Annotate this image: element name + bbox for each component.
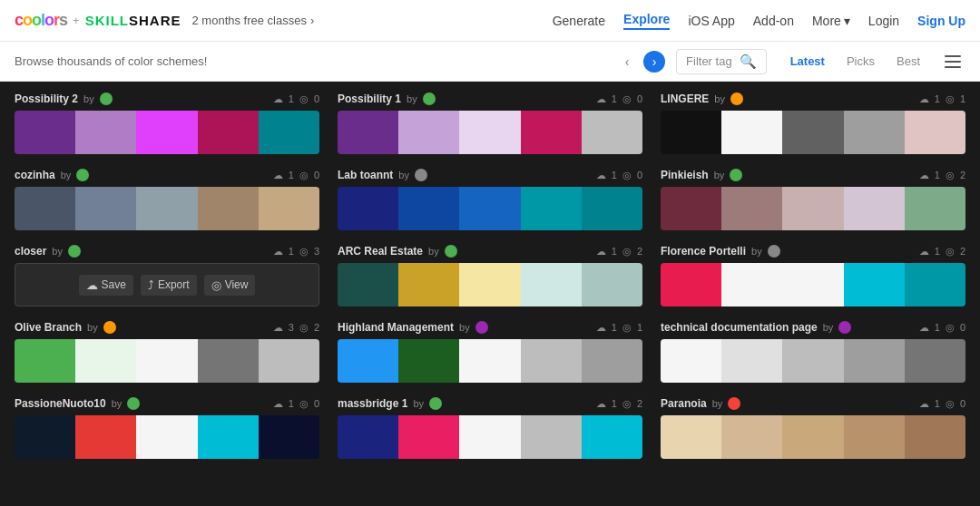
filter-tag-input[interactable]: Filter tag 🔍 (676, 49, 767, 74)
palette-stats: ☁1◎0 (273, 170, 319, 181)
nav-more[interactable]: More ▾ (812, 14, 850, 28)
palette-colors[interactable] (338, 415, 642, 459)
palette-by-label: by (751, 246, 762, 257)
palette-meta: Paranoiaby☁1◎0 (661, 397, 965, 410)
color-swatch (136, 415, 197, 459)
palette-by-label: by (712, 398, 723, 409)
palette-stats: ☁1◎3 (273, 246, 319, 258)
palette-meta: cozinhaby☁1◎0 (15, 169, 319, 181)
save-count-icon: ☁ (919, 398, 929, 410)
promo-arrow[interactable]: › (310, 14, 314, 27)
palette-colors[interactable] (15, 187, 319, 230)
export-palette-button[interactable]: ⤴Export (141, 275, 197, 296)
color-swatch (844, 263, 905, 307)
save-count-icon: ☁ (919, 322, 929, 334)
nav-addon[interactable]: Add-on (753, 14, 794, 28)
nav-generate[interactable]: Generate (553, 14, 605, 28)
palette-card: closerby☁1◎3☁Save⤴Export◎View (15, 245, 319, 307)
filter-tag-text: Filter tag (686, 54, 732, 68)
color-swatch (136, 187, 197, 230)
svg-rect-2 (945, 66, 961, 68)
filter-picks-button[interactable]: Picks (838, 51, 884, 72)
save-count: 1 (289, 398, 294, 409)
view-count-icon: ◎ (622, 170, 632, 181)
palette-name: Possibility 2 (15, 92, 78, 105)
save-count-icon: ☁ (596, 398, 606, 410)
promo-text: 2 months free classes (192, 14, 307, 27)
palette-colors[interactable] (661, 187, 965, 230)
coolors-logo[interactable]: coolors (15, 11, 67, 30)
avatar (730, 92, 743, 105)
login-button[interactable]: Login (868, 14, 899, 28)
palette-name: Highland Management (338, 321, 454, 334)
view-count: 2 (960, 170, 965, 180)
skillshare-logo[interactable]: SKILLSHARE (85, 13, 181, 28)
palette-colors[interactable] (15, 415, 319, 459)
palette-colors[interactable] (15, 339, 319, 383)
next-arrow-button[interactable]: › (643, 51, 665, 73)
view-count: 0 (314, 398, 319, 409)
plus-separator: + (73, 14, 80, 27)
palette-meta: Pinkieishby☁1◎2 (661, 169, 965, 181)
palette-stats: ☁1◎2 (596, 246, 642, 258)
color-swatch (459, 339, 520, 383)
palette-card: Paranoiaby☁1◎0 (661, 397, 965, 459)
palette-colors[interactable] (338, 111, 642, 154)
palette-colors[interactable] (661, 339, 965, 383)
view-palette-button[interactable]: ◎View (204, 275, 256, 296)
avatar (76, 169, 89, 181)
palette-card: Olive Branchby☁3◎2 (15, 321, 319, 383)
view-count: 3 (314, 246, 319, 257)
nav-explore[interactable]: Explore (623, 12, 670, 30)
palette-colors[interactable] (338, 339, 642, 383)
color-swatch (905, 187, 965, 230)
filter-best-button[interactable]: Best (887, 51, 929, 72)
palette-colors[interactable] (661, 263, 965, 307)
color-swatch (521, 339, 582, 383)
palette-card: PassioneNuoto10by☁1◎0 (15, 397, 319, 459)
color-swatch (721, 263, 782, 307)
view-count: 0 (314, 170, 319, 180)
palette-card: Lab toanntby☁1◎0 (338, 169, 642, 230)
color-swatch (905, 339, 965, 383)
avatar (68, 245, 81, 258)
palette-meta: LINGEREby☁1◎1 (661, 92, 965, 105)
palette-colors[interactable] (15, 111, 319, 154)
filter-latest-button[interactable]: Latest (781, 51, 834, 72)
palette-meta: ARC Real Estateby☁1◎2 (338, 245, 642, 258)
palette-card: Florence Portelliby☁1◎2 (661, 245, 965, 307)
color-swatch (398, 415, 459, 459)
save-palette-button[interactable]: ☁Save (79, 275, 133, 296)
palette-colors[interactable] (661, 415, 965, 459)
save-count: 3 (289, 322, 294, 333)
palette-stats: ☁3◎2 (273, 322, 319, 334)
palette-name: Pinkieish (661, 169, 709, 181)
palette-stats: ☁1◎0 (919, 398, 965, 410)
palette-meta: Florence Portelliby☁1◎2 (661, 245, 965, 258)
save-count-icon: ☁ (596, 246, 606, 258)
palette-colors[interactable] (338, 187, 642, 230)
palette-colors[interactable] (661, 111, 965, 154)
view-count-icon: ◎ (946, 93, 955, 105)
save-count-icon: ☁ (273, 93, 283, 105)
palette-meta: PassioneNuoto10by☁1◎0 (15, 397, 319, 410)
signup-button[interactable]: Sign Up (917, 14, 965, 28)
menu-icon[interactable] (940, 49, 965, 74)
view-count: 1 (960, 93, 965, 104)
palette-card: massbridge 1by☁1◎2 (338, 397, 642, 459)
palette-stats: ☁1◎0 (273, 93, 319, 105)
prev-arrow-button[interactable]: ‹ (616, 51, 638, 73)
palette-meta: massbridge 1by☁1◎2 (338, 397, 642, 410)
nav-ios-app[interactable]: iOS App (688, 14, 734, 28)
palette-colors[interactable] (338, 263, 642, 307)
palette-stats: ☁1◎0 (919, 322, 965, 334)
color-swatch (398, 111, 459, 154)
palette-by-label: by (714, 93, 725, 104)
save-count-icon: ☁ (273, 398, 283, 410)
export-icon: ⤴ (148, 278, 154, 292)
main-nav: Generate Explore iOS App Add-on More ▾ L… (553, 12, 965, 30)
palette-by-label: by (61, 170, 72, 180)
color-swatch (398, 339, 459, 383)
color-swatch (721, 187, 782, 230)
avatar (127, 397, 140, 410)
